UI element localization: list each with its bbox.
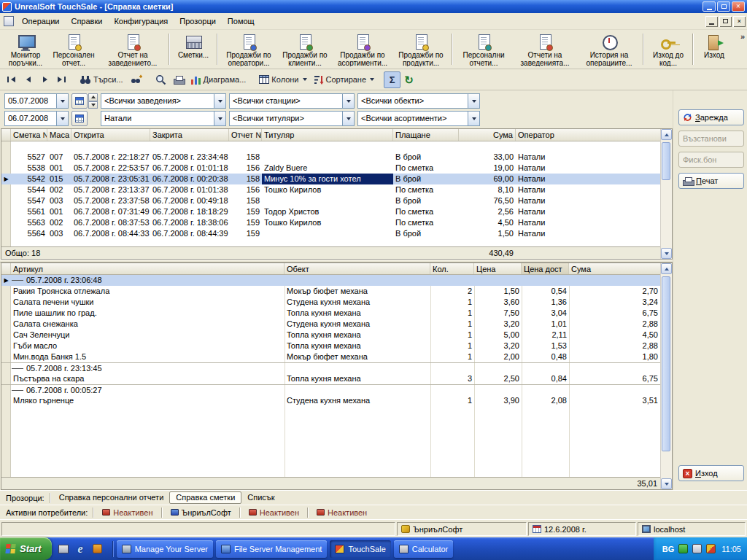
scroll-down-button[interactable] [661,478,672,489]
toolbar-button-sales-by-products[interactable]: Продажби по продукти... [392,31,449,67]
operator-dropdown[interactable] [214,112,225,125]
menu-configuration[interactable]: Конфигурация [108,15,174,28]
toolbar-button-sales-by-operators[interactable]: Продажби по оператори... [220,31,277,67]
menu-windows[interactable]: Прозорци [174,15,222,28]
table-row[interactable]: 553800105.7.2008 г. 22:53:5706.7.2008 г.… [1,163,660,174]
refresh-button[interactable]: ↻ [400,71,417,88]
table-row[interactable]: 556300206.7.2008 г. 08:37:5306.7.2008 г.… [1,217,660,228]
group-row[interactable]: 05.7.2008 г. 23:13:45 [1,362,660,373]
window-tab-personal-reports[interactable]: Справка персонални отчети [53,491,170,504]
date-spinner[interactable] [88,93,98,109]
menu-help[interactable]: Помощ [222,15,260,28]
column-header[interactable]: Титуляр [262,129,393,141]
print-button[interactable]: Печат [678,173,744,189]
table-row[interactable]: Пиле шашлик по град.Топла кухня механа17… [1,308,660,319]
columns-button[interactable]: Колони [255,71,310,88]
table-row[interactable]: Мин.вода Банкя 1.5Мокър бюфет механа12,0… [1,351,660,362]
toolbar-button-personal-reports[interactable]: Персонални отчети... [455,31,512,67]
task-touchsale[interactable]: TouchSale [330,540,390,558]
column-header[interactable]: Оператор [516,129,660,141]
search-button[interactable]: Търси... [76,71,127,88]
user-slot-2[interactable]: ЪнриълСофт [165,508,237,517]
mdi-restore-button[interactable] [719,16,732,27]
column-header[interactable]: Цена [474,263,522,274]
user-slot-1[interactable]: Неактивен [96,508,158,517]
language-indicator[interactable]: BG [662,545,675,553]
table-row[interactable]: 554400205.7.2008 г. 23:13:3706.7.2008 г.… [1,184,660,195]
items-scrollbar[interactable] [660,263,672,489]
column-header[interactable]: Сума [459,129,516,141]
column-header[interactable]: Обект [285,263,430,274]
bills-scrollbar[interactable] [660,129,672,259]
scroll-up-button[interactable] [661,263,672,274]
table-row[interactable]: 552700705.7.2008 г. 22:18:2705.7.2008 г.… [1,152,660,163]
table-row-selected[interactable]: 554201505.7.2008 г. 23:05:3106.7.2008 г.… [1,174,660,184]
exit-button[interactable]: × Изход [678,465,744,481]
spin-down-button[interactable] [88,101,98,109]
stations-combo[interactable]: <Всички станции> [229,93,355,109]
last-record-button[interactable] [53,71,70,88]
toolbar-button-sales-by-clients[interactable]: Продажби по клиенти... [277,31,333,67]
assortments-dropdown[interactable] [468,112,479,125]
table-row[interactable]: Салата печени чушкиСтудена кухня механа1… [1,297,660,308]
start-button[interactable]: Start [0,537,52,560]
date-from-field[interactable]: 05.07.2008 [4,93,69,109]
date-to-dropdown[interactable] [56,112,68,125]
scrollbar-thumb[interactable] [662,142,670,180]
column-header[interactable]: Кол. [430,263,474,274]
app-tray-icon[interactable] [706,544,716,553]
sort-button[interactable]: Сортиране [311,71,379,88]
first-record-button[interactable] [3,71,20,88]
task-manage-your-server[interactable]: Manage Your Server [117,540,213,558]
toolbar-button-personal-report[interactable]: Персонален отчет... [48,31,99,67]
table-row[interactable]: Мляко гърненцеСтудена кухня механа13,902… [1,395,660,406]
user-slot-3[interactable]: Неактивен [243,508,305,517]
print-button-toolbar[interactable] [170,71,187,88]
objects-combo[interactable]: <Всички обекти> [357,93,480,109]
table-row[interactable]: 556100106.7.2008 г. 07:31:4906.7.2008 г.… [1,206,660,217]
scroll-up-button[interactable] [661,129,672,140]
load-button[interactable]: Зарежда [678,109,744,125]
group-row[interactable]: 06.7.2008 г. 00:05:27 [1,384,660,395]
scrollbar-thumb[interactable] [662,276,670,451]
internet-explorer-icon[interactable]: e [74,542,87,555]
table-row[interactable]: 556400306.7.2008 г. 08:44:3306.7.2008 г.… [1,228,660,239]
column-header[interactable]: Артикул [11,263,285,274]
holders-dropdown[interactable] [342,112,354,125]
table-row[interactable]: Гъби маслоТопла кухня механа13,201,532,8… [1,341,660,351]
mdi-minimize-button[interactable] [705,16,718,27]
toolbar-button-exit[interactable]: Изход [696,31,732,67]
operator-combo[interactable]: Натали [101,111,226,126]
assortments-combo[interactable]: <Всички асортименти> [357,111,480,126]
next-record-button[interactable] [36,71,53,88]
menu-reports[interactable]: Справки [65,15,108,28]
column-header-sorted[interactable]: Цена дост [522,263,569,274]
column-header[interactable]: Закрита [150,129,229,141]
window-tab-bills-report[interactable]: Справка сметки [169,491,241,504]
toolbar-button-venue-reports[interactable]: Отчети на заведенията... [512,31,578,67]
toolbar-overflow-chevron[interactable]: » [740,32,745,41]
volume-tray-icon[interactable] [692,544,702,553]
table-row[interactable]: Сач ЗеленчуциТопла кухня механа15,002,11… [1,330,660,341]
antivirus-tray-icon[interactable] [678,544,688,553]
group-row-selected[interactable]: 05.7.2008 г. 23:06:48 [1,275,660,286]
column-header[interactable]: Сума [569,263,660,274]
date-to-field[interactable]: 06.07.2008 [4,111,69,126]
window-tab-list[interactable]: Списък [241,491,280,504]
user-slot-4[interactable]: Неактивен [311,508,373,517]
preview-button[interactable] [152,71,170,88]
close-button[interactable]: × [732,1,745,12]
menu-operations[interactable]: Операции [16,15,65,28]
column-header[interactable]: Открита [71,129,150,141]
objects-dropdown[interactable] [468,94,479,108]
table-row[interactable]: Пъстърва на скараТопла кухня механа32,50… [1,373,660,384]
column-header[interactable]: Плащане [393,129,459,141]
toolbar-button-exit-to-code[interactable]: Изход до код... [646,31,690,67]
restore-button[interactable]: Възстанови [678,131,744,147]
column-header[interactable]: Сметка № [11,129,47,141]
stations-dropdown[interactable] [342,94,354,108]
toolbar-button-order-monitor[interactable]: Монитор поръчки... [3,31,48,67]
scroll-down-button[interactable] [661,248,672,259]
table-row[interactable]: 554700305.7.2008 г. 23:37:5806.7.2008 г.… [1,195,660,206]
date-from-dropdown[interactable] [56,94,68,108]
